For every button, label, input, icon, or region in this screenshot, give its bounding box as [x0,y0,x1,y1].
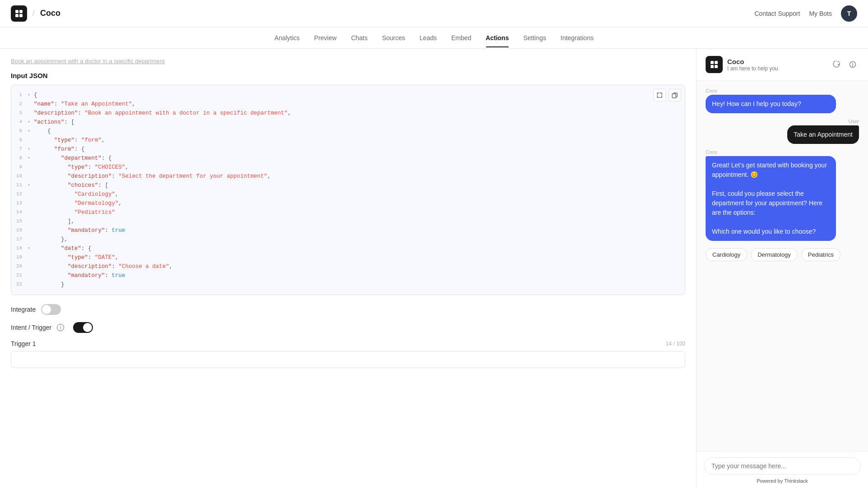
bot-response-bubble: Great! Let's get started with booking yo… [706,156,836,241]
chat-bot-meta: Coco I am here to help you [727,58,778,72]
header-right: Contact Support My Bots T [754,5,857,22]
user-msg-group: User Take an Appointment [706,119,859,144]
json-line-14: 14 "Pediatrics" [11,208,685,217]
trigger-input[interactable] [11,351,685,368]
choice-buttons: Cardiology Dermatology Pediatrics [706,248,859,261]
header-logo-area: / Coco [11,5,60,22]
intent-toggle[interactable] [73,322,93,333]
info-button[interactable] [846,58,859,71]
json-line-7: 7 ▾ "form": { [11,145,685,154]
contact-support-link[interactable]: Contact Support [754,10,800,17]
intent-trigger-row: Intent / Trigger i [11,322,685,333]
refresh-button[interactable] [830,58,843,71]
left-panel: Book an appointment with a doctor in a s… [0,49,697,489]
nav-embed[interactable]: Embed [451,29,471,47]
nav-leads[interactable]: Leads [420,29,437,47]
settings-section: Integrate Intent / Trigger i Trigger 1 1… [11,304,685,368]
main-layout: Book an appointment with a doctor in a s… [0,49,868,489]
svg-rect-8 [715,65,718,68]
svg-rect-3 [19,14,23,17]
json-line-4: 4 ▾ "actions": [ [11,118,685,127]
nav-actions[interactable]: Actions [486,29,509,47]
intent-label: Intent / Trigger [11,324,51,331]
expand-button[interactable] [653,89,666,101]
nav-settings[interactable]: Settings [523,29,546,47]
powered-by: Powered by Thinkstack [704,478,861,484]
trigger-count: 14 / 100 [666,341,685,347]
main-nav: Analytics Preview Chats Sources Leads Em… [0,27,868,49]
integrate-toggle-knob [42,305,51,314]
trigger-label: Trigger 1 [11,340,36,347]
svg-rect-4 [672,94,676,98]
json-line-13: 13 "Dermatology", [11,199,685,208]
app-header: / Coco Contact Support My Bots T [0,0,868,27]
json-line-5: 5 ▾ { [11,127,685,136]
json-line-6: 6 "type": "form", [11,136,685,145]
intent-toggle-knob [83,323,92,332]
json-editor: 1 ▾ { 2 "name": "Take an Appointment", 3… [11,85,685,295]
user-bubble: Take an Appointment [787,125,859,144]
bot-response-group: Coco Great! Let's get started with booki… [706,149,859,241]
json-line-1: 1 ▾ { [11,91,685,100]
svg-rect-7 [711,65,714,68]
input-json-label: Input JSON [11,72,685,79]
chat-header-actions [830,58,859,71]
json-line-21: 21 "mandatory": true [11,271,685,280]
logo-icon [11,5,27,22]
json-line-18: 18 ▾ "date": { [11,244,685,253]
svg-rect-5 [711,61,714,64]
json-toolbar [653,89,681,101]
json-line-22: 22 } [11,280,685,289]
nav-preview[interactable]: Preview [314,29,337,47]
bot-sender-label: Coco [706,88,859,93]
svg-rect-2 [15,14,18,17]
json-content: 1 ▾ { 2 "name": "Take an Appointment", 3… [11,85,685,295]
chat-bot-info: Coco I am here to help you [706,56,778,73]
svg-rect-6 [715,61,718,64]
bot-response-sender: Coco [706,149,859,155]
intent-info-icon[interactable]: i [57,324,64,331]
user-sender-label: User [849,119,859,124]
avatar[interactable]: T [841,5,857,22]
chat-bot-status: I am here to help you [727,65,778,72]
choice-cardiology[interactable]: Cardiology [706,248,747,261]
json-line-2: 2 "name": "Take an Appointment", [11,100,685,109]
svg-rect-0 [15,10,18,13]
nav-sources[interactable]: Sources [382,29,405,47]
action-subtitle: Book an appointment with a doctor in a s… [11,58,685,65]
powered-by-brand: Thinkstack [784,478,808,484]
copy-button[interactable] [669,89,681,101]
json-line-10: 10 "description": "Select the department… [11,172,685,181]
chat-panel: Coco I am here to help you [697,49,868,489]
json-line-11: 11 ▾ "choices": [ [11,181,685,190]
trigger-label-row: Trigger 1 14 / 100 [11,340,685,347]
chat-messages: Coco Hey! How can I help you today? User… [697,81,868,452]
nav-integrations[interactable]: Integrations [561,29,594,47]
json-line-16: 16 "mandatory": true [11,226,685,235]
bot-greeting-group: Coco Hey! How can I help you today? [706,88,859,113]
svg-rect-1 [19,10,23,13]
json-line-19: 19 "type": "DATE", [11,253,685,262]
json-line-20: 20 "description": "Choose a date", [11,262,685,271]
app-name: Coco [40,9,60,18]
json-line-8: 8 ▾ "department": { [11,154,685,163]
chat-input[interactable] [704,457,861,475]
json-line-9: 9 "type": "CHOICES", [11,163,685,172]
nav-chats[interactable]: Chats [351,29,368,47]
chat-bot-name: Coco [727,58,778,65]
json-line-17: 17 }, [11,235,685,244]
chat-input-area: Powered by Thinkstack [697,452,868,489]
my-bots-link[interactable]: My Bots [809,10,832,17]
chat-header: Coco I am here to help you [697,49,868,81]
nav-analytics[interactable]: Analytics [274,29,300,47]
logo-slash: / [32,9,35,18]
json-line-15: 15 ], [11,217,685,226]
json-line-3: 3 "description": "Book an appointment wi… [11,109,685,118]
bot-greeting-bubble: Hey! How can I help you today? [706,95,836,113]
chat-bot-avatar [706,56,723,73]
integrate-toggle[interactable] [41,304,61,315]
choice-dermatology[interactable]: Dermatology [751,248,798,261]
integrate-label: Integrate [11,306,36,313]
integrate-row: Integrate [11,304,685,315]
choice-pediatrics[interactable]: Pediatrics [801,248,840,261]
